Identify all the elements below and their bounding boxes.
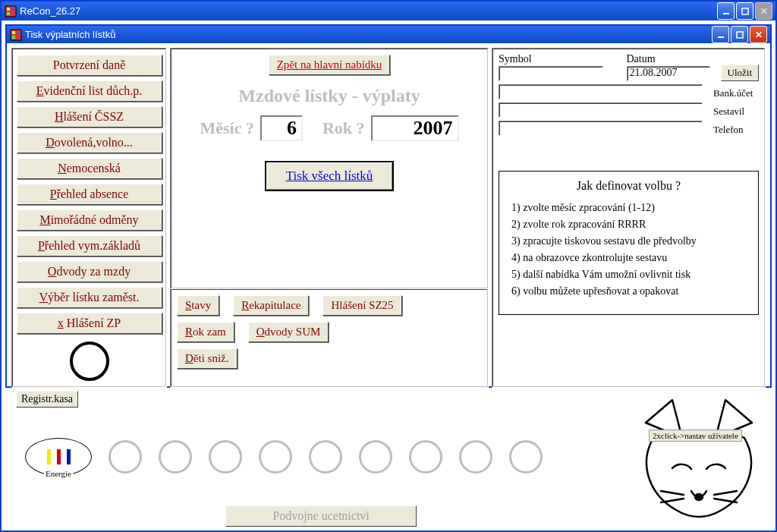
fox-logo[interactable]: 2xclick->nastav uživatele	[631, 396, 767, 525]
bottom-area: Registr.kasa Energie	[5, 389, 772, 528]
status-slot-icon	[459, 440, 492, 474]
help-line: 4) na obrazovce zkontrolujte sestavu	[511, 252, 746, 264]
outer-titlebar: ReCon_26.27 ✕	[2, 2, 775, 20]
help-line: 5) další nabídka Vám umožní ovlivnit tis…	[511, 269, 746, 281]
btn-odvody-za-mzdy[interactable]: Odvody za mzdy	[17, 261, 162, 282]
btn-deti-sniz[interactable]: Děti sniž.	[177, 348, 238, 369]
help-line: 6) volbu můžete upřesňovat a opakovat	[511, 285, 746, 297]
svg-rect-1	[7, 8, 10, 11]
svg-rect-4	[723, 13, 729, 14]
btn-nemocenska[interactable]: Nemocenská	[17, 158, 162, 179]
outer-minimize-button[interactable]	[717, 2, 735, 20]
outer-window: ReCon_26.27 ✕ Tisk výplatních lístků ✕	[0, 0, 777, 532]
left-panel: Potvrzení daně Evidenční list důch.p. Hl…	[11, 48, 167, 388]
svg-rect-5	[742, 8, 748, 14]
energy-bar-red	[57, 449, 61, 464]
status-circle-icon	[70, 342, 109, 381]
middle-upper-panel: Zpět na hlavní nabídku Mzdové lístky - v…	[170, 48, 489, 289]
svg-rect-3	[7, 12, 10, 15]
telefon-label: Telefon	[713, 124, 759, 136]
status-slot-icon	[209, 440, 242, 474]
inner-titlebar: Tisk výplatních lístků ✕	[7, 26, 770, 43]
svg-point-12	[695, 494, 703, 500]
symbol-label: Symbol	[499, 53, 616, 65]
help-line: 1) zvolte měsíc zpracování (1-12)	[511, 202, 746, 214]
svg-rect-10	[718, 36, 724, 38]
status-slot-icon	[359, 440, 392, 474]
save-button[interactable]: Uložit	[721, 65, 760, 81]
btn-hlaseni-zp[interactable]: x Hlášení ZP	[17, 313, 162, 334]
help-line: 3) zpracujte tiskovou sestavu dle předvo…	[511, 235, 746, 247]
inner-app-icon	[10, 29, 22, 41]
month-year-row: Měsíc ? 6 Rok ? 2007	[178, 115, 480, 141]
energie-indicator: Energie	[25, 438, 92, 476]
middle-column: Zpět na hlavní nabídku Mzdové lístky - v…	[170, 48, 489, 388]
btn-prehled-absence[interactable]: Přehled absence	[17, 184, 162, 205]
month-input[interactable]: 6	[260, 115, 303, 141]
inner-minimize-button[interactable]	[712, 26, 729, 43]
btn-stavy[interactable]: Stavy	[177, 295, 219, 316]
inner-maximize-button[interactable]	[731, 26, 748, 43]
print-all-button[interactable]: Tisk všech lístků	[265, 161, 395, 191]
svg-rect-2	[11, 8, 14, 11]
form-row-1: Symbol Datum 21.08.2007 Uložit	[499, 53, 759, 81]
svg-rect-7	[12, 31, 15, 34]
middle-lower-panel: Stavy Rekapitulace Hlášení SZ25 Rok zam …	[170, 289, 489, 388]
svg-rect-11	[737, 32, 743, 38]
svg-rect-8	[17, 31, 20, 34]
bank-input[interactable]	[499, 84, 703, 99]
right-panel: Symbol Datum 21.08.2007 Uložit Bank.účet…	[492, 48, 766, 388]
bank-label: Bank.účet	[713, 87, 759, 99]
telefon-input[interactable]	[499, 121, 703, 136]
energy-bar-yellow	[47, 449, 51, 464]
app-icon	[5, 5, 17, 17]
status-slot-icon	[409, 440, 442, 474]
btn-odvody-sum[interactable]: Odvody SUM	[248, 322, 329, 342]
help-title: Jak definovat volbu ?	[511, 179, 746, 193]
page-title: Mzdové lístky - výplaty	[178, 86, 480, 106]
energie-label: Energie	[44, 469, 73, 478]
btn-mimoradne-odmeny[interactable]: Mimořádné odměny	[17, 209, 162, 231]
btn-vyber-listku[interactable]: Výběr lístku zaměst.	[17, 287, 162, 308]
inner-window: Tisk výplatních lístků ✕ Potvrzení daně …	[5, 24, 772, 388]
sestavil-input[interactable]	[499, 102, 703, 118]
month-label: Měsíc ?	[200, 118, 253, 138]
outer-close-button: ✕	[755, 2, 772, 20]
status-slot-icon	[509, 440, 543, 474]
symbol-input[interactable]	[499, 66, 603, 81]
inner-close-button[interactable]: ✕	[750, 26, 767, 43]
btn-hlaseni-cssz[interactable]: Hlášení ČSSZ	[17, 106, 162, 127]
btn-potvrzeni-dane[interactable]: Potvrzení daně	[17, 55, 162, 76]
btn-dovolena[interactable]: Dovolená,volno...	[17, 132, 162, 153]
sestavil-label: Sestavil	[713, 105, 759, 118]
podvojne-ucetnictvi-button[interactable]: Podvojne ucetnictvi	[225, 505, 417, 527]
fox-tooltip: 2xclick->nastav uživatele	[649, 430, 742, 442]
status-slot-icon	[259, 440, 292, 474]
btn-evidencni-list[interactable]: Evidenční list důch.p.	[17, 80, 162, 102]
inner-title: Tisk výplatních lístků	[25, 29, 115, 40]
status-slot-icon	[109, 440, 142, 474]
help-box: Jak definovat volbu ? 1) zvolte měsíc zp…	[499, 171, 759, 315]
year-label: Rok ?	[322, 118, 365, 138]
btn-hlaseni-sz25[interactable]: Hlášení SZ25	[322, 295, 401, 316]
energy-bar-blue	[67, 449, 71, 464]
help-line: 2) zvolte rok zpracování RRRR	[511, 219, 746, 231]
btn-rekapitulace[interactable]: Rekapitulace	[233, 295, 309, 316]
outer-maximize-button[interactable]	[736, 2, 753, 20]
btn-prehled-vym-zakladu[interactable]: Přehled vym.základů	[17, 235, 162, 257]
status-slot-icon	[309, 440, 342, 474]
back-button[interactable]: Zpět na hlavní nabídku	[269, 55, 391, 75]
date-label: Datum	[627, 53, 710, 65]
btn-rok-zam[interactable]: Rok zam	[177, 322, 234, 342]
inner-body: Potvrzení daně Evidenční list důch.p. Hl…	[7, 43, 770, 392]
date-input[interactable]: 21.08.2007	[627, 66, 710, 81]
status-slot-icon	[159, 440, 192, 474]
outer-title: ReCon_26.27	[20, 5, 80, 17]
year-input[interactable]: 2007	[371, 115, 459, 141]
svg-rect-9	[12, 36, 15, 39]
registr-kasa-button[interactable]: Registr.kasa	[16, 391, 78, 408]
